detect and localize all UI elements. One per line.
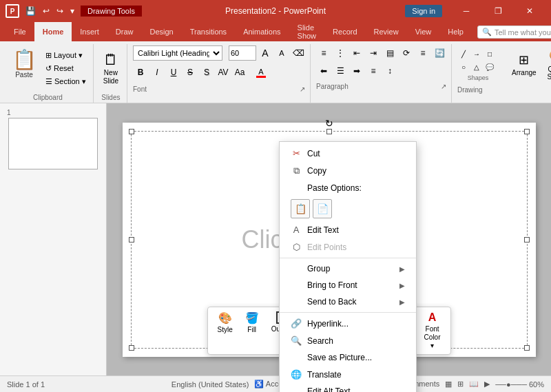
layout-button[interactable]: ⊞ Layout ▾	[43, 50, 89, 61]
handle-ml[interactable]	[129, 237, 134, 243]
case-button[interactable]: Aa	[232, 65, 247, 80]
smartart-button[interactable]: 🔄	[432, 45, 447, 61]
align-center-button[interactable]: ☰	[333, 63, 348, 79]
tab-slideshow[interactable]: Slide Show	[289, 22, 325, 41]
customize-qa-button[interactable]: ▾	[68, 5, 76, 17]
font-row-1: Calibri Light (Headings) A A ⌫	[133, 45, 306, 61]
style-tool[interactable]: 🎨 Style	[214, 310, 235, 351]
drawing-content: ╱ → □ ○ △ 💬 Shapes ⊞ Arrange 🎨 QuickStyl…	[457, 44, 551, 85]
ribbon-group-slides: 🗒 NewSlide Slides	[95, 44, 127, 103]
undo-qa-button[interactable]: ↩	[41, 5, 52, 17]
ctx-group[interactable]: Group ▶	[280, 260, 416, 277]
paste-use-theme-button[interactable]: 📋	[291, 199, 310, 218]
line-spacing-button[interactable]: ↕	[382, 63, 397, 79]
view-reading[interactable]: 📖	[469, 380, 479, 389]
minimize-button[interactable]: ─	[450, 0, 482, 22]
italic-button[interactable]: I	[149, 65, 165, 80]
slide-thumbnail[interactable]	[8, 118, 98, 169]
align-right-button[interactable]: ➡	[349, 63, 364, 79]
decrease-font-button[interactable]: A	[274, 45, 289, 61]
text-columns-button[interactable]: ▤	[382, 45, 397, 61]
ctx-cut[interactable]: ✂ Cut	[280, 145, 416, 162]
increase-indent-button[interactable]: ⇥	[366, 45, 381, 61]
handle-br[interactable]	[524, 345, 530, 351]
shape-triangle[interactable]: △	[470, 61, 483, 73]
bold-button[interactable]: B	[133, 65, 148, 80]
tab-review[interactable]: Review	[366, 22, 407, 41]
tab-design[interactable]: Design	[141, 22, 181, 41]
handle-tr[interactable]	[524, 129, 530, 134]
strikethrough-button[interactable]: S	[183, 65, 198, 80]
shape-line[interactable]: ╱	[457, 48, 470, 60]
handle-bl[interactable]	[129, 345, 134, 351]
handle-tl[interactable]	[129, 129, 134, 134]
increase-font-button[interactable]: A	[258, 45, 273, 61]
redo-qa-button[interactable]: ↪	[54, 5, 65, 17]
underline-button[interactable]: U	[166, 65, 181, 80]
font-color-button[interactable]: A	[253, 63, 269, 81]
translate-icon: 🌐	[291, 369, 302, 380]
new-slide-icon: 🗒	[103, 51, 118, 69]
char-spacing-button[interactable]: AV	[216, 65, 231, 80]
font-color-a: A	[258, 68, 263, 76]
numbering-button[interactable]: ⋮	[333, 45, 348, 61]
ctx-save-picture[interactable]: Save as Picture...	[280, 349, 416, 366]
paste-keep-formatting-button[interactable]: 📄	[313, 199, 332, 218]
fill-tool[interactable]: 🪣 Fill	[242, 310, 262, 351]
ctx-bring-front[interactable]: Bring to Front ▶	[280, 277, 416, 293]
ctx-translate[interactable]: 🌐 Translate	[280, 366, 416, 383]
clear-format-button[interactable]: ⌫	[291, 45, 306, 61]
shadow-button[interactable]: S	[199, 65, 214, 80]
ctx-alt-text[interactable]: Edit Alt Text...	[280, 383, 416, 392]
ctx-edit-text-label: Edit Text	[307, 225, 405, 235]
close-button[interactable]: ✕	[514, 0, 545, 22]
scissors-icon: ✂	[291, 148, 302, 158]
tab-animations[interactable]: Animations	[235, 22, 289, 41]
tab-insert[interactable]: Insert	[72, 22, 107, 41]
font-color-tool[interactable]: A FontColor ▾	[422, 310, 444, 351]
tab-record[interactable]: Record	[324, 22, 365, 41]
paste-button[interactable]: 📋 Paste	[7, 48, 41, 89]
handle-mr[interactable]	[524, 237, 530, 243]
reset-button[interactable]: ↺ Reset	[43, 63, 89, 74]
view-sorter[interactable]: ⊞	[457, 380, 464, 389]
tab-file[interactable]: File	[6, 22, 34, 41]
font-name-select[interactable]: Calibri Light (Headings)	[133, 45, 222, 61]
sign-in-button[interactable]: Sign in	[405, 5, 442, 17]
decrease-indent-button[interactable]: ⇤	[349, 45, 364, 61]
tab-home[interactable]: Home	[34, 22, 72, 41]
new-slide-button[interactable]: 🗒 NewSlide	[99, 50, 123, 87]
tab-help[interactable]: Help	[439, 22, 472, 41]
para-expand-button[interactable]: ↗	[440, 83, 447, 90]
ctx-edit-text[interactable]: A Edit Text	[280, 221, 416, 238]
tab-draw[interactable]: Draw	[107, 22, 142, 41]
ctx-hyperlink[interactable]: 🔗 Hyperlink...	[280, 315, 416, 332]
handle-tc[interactable]	[326, 129, 332, 134]
align-text-button[interactable]: ≡	[415, 45, 430, 61]
justify-button[interactable]: ≡	[366, 63, 381, 79]
tab-view[interactable]: View	[407, 22, 440, 41]
arrange-button[interactable]: ⊞ Arrange	[508, 51, 541, 78]
ctx-send-back[interactable]: Send to Back ▶	[280, 293, 416, 310]
view-normal[interactable]: ▦	[445, 380, 452, 389]
section-button[interactable]: ☰ Section ▾	[43, 76, 89, 87]
bullets-button[interactable]: ≡	[316, 45, 331, 61]
shape-rect[interactable]: □	[484, 48, 496, 60]
ctx-copy[interactable]: ⧉ Copy	[280, 162, 416, 180]
ctx-search[interactable]: 🔍 Search	[280, 332, 416, 349]
align-left-button[interactable]: ⬅	[316, 63, 331, 79]
clipboard-content: 📋 Paste ⊞ Layout ▾ ↺ Reset ☰ Section ▾	[7, 44, 89, 92]
search-bar[interactable]: 🔍 Tell me what you want to do	[477, 25, 551, 39]
quick-styles-button[interactable]: 🎨 QuickStyles	[543, 48, 551, 82]
save-qa-button[interactable]: 💾	[23, 5, 38, 17]
shape-oval[interactable]: ○	[457, 61, 470, 73]
shape-arrow[interactable]: →	[470, 48, 483, 60]
shape-callout[interactable]: 💬	[484, 61, 496, 73]
rotate-handle[interactable]: ↻	[325, 118, 333, 129]
tab-transitions[interactable]: Transitions	[182, 22, 235, 41]
font-size-input[interactable]	[229, 45, 256, 61]
restore-button[interactable]: ❐	[482, 0, 514, 22]
font-expand-button[interactable]: ↗	[299, 85, 306, 93]
text-direction-button[interactable]: ⟳	[399, 45, 414, 61]
view-presenter[interactable]: ▶	[484, 380, 490, 389]
